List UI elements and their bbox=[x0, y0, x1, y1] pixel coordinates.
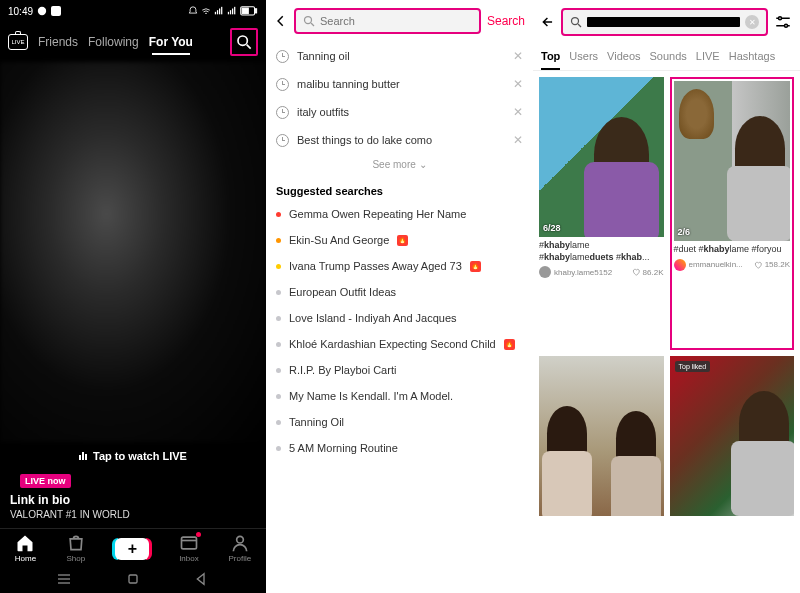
trend-bullet bbox=[276, 264, 281, 269]
result-tab-videos[interactable]: Videos bbox=[607, 50, 640, 70]
nav-home[interactable]: Home bbox=[15, 534, 36, 563]
search-results-pane: ✕ TopUsersVideosSoundsLIVEHashtags 6/28 … bbox=[533, 0, 800, 593]
feed-tabs: LIVE Friends Following For You bbox=[0, 22, 266, 62]
trend-bullet bbox=[276, 420, 281, 425]
suggested-item[interactable]: My Name Is Kendall. I'm A Model. bbox=[266, 383, 533, 409]
inbox-icon bbox=[179, 534, 199, 552]
profile-icon bbox=[230, 534, 250, 552]
tab-for-you[interactable]: For You bbox=[149, 35, 193, 49]
result-card[interactable] bbox=[539, 356, 664, 587]
video-thumbnail[interactable]: 2/6 bbox=[674, 81, 791, 241]
result-tab-users[interactable]: Users bbox=[569, 50, 598, 70]
top-liked-badge: Top liked bbox=[675, 361, 711, 372]
tab-friends[interactable]: Friends bbox=[38, 35, 78, 49]
tab-following[interactable]: Following bbox=[88, 35, 139, 49]
svg-rect-11 bbox=[242, 8, 248, 14]
svg-rect-14 bbox=[181, 537, 196, 549]
like-count: 86.2K bbox=[643, 268, 664, 277]
filter-icon[interactable] bbox=[774, 13, 792, 31]
result-card[interactable]: Top liked bbox=[670, 356, 795, 587]
username: emmanuelkin... bbox=[689, 260, 751, 269]
trend-bullet bbox=[276, 446, 281, 451]
bottom-nav: Home Shop + Inbox Profile bbox=[0, 528, 266, 565]
chevron-down-icon: ⌄ bbox=[419, 159, 427, 170]
remove-history-button[interactable]: ✕ bbox=[513, 77, 523, 91]
status-time: 10:49 bbox=[8, 6, 33, 17]
signal-icon bbox=[214, 6, 224, 16]
video-thumbnail[interactable]: Top liked bbox=[670, 356, 795, 516]
video-thumbnail[interactable]: 6/28 bbox=[539, 77, 664, 237]
tap-to-watch-live[interactable]: Tap to watch LIVE bbox=[0, 442, 266, 470]
result-tab-live[interactable]: LIVE bbox=[696, 50, 720, 70]
svg-rect-10 bbox=[255, 9, 256, 13]
clear-search-button[interactable]: ✕ bbox=[745, 15, 759, 29]
result-tabs: TopUsersVideosSoundsLIVEHashtags bbox=[533, 44, 800, 71]
svg-rect-19 bbox=[129, 575, 137, 583]
result-tab-hashtags[interactable]: Hashtags bbox=[729, 50, 775, 70]
history-item[interactable]: Best things to do lake como✕ bbox=[276, 126, 523, 154]
suggested-item[interactable]: Tanning Oil bbox=[266, 409, 533, 435]
search-button[interactable] bbox=[230, 28, 258, 56]
remove-history-button[interactable]: ✕ bbox=[513, 49, 523, 63]
remove-history-button[interactable]: ✕ bbox=[513, 133, 523, 147]
result-card-highlighted[interactable]: 2/6 #duet #khabylame #foryou emmanuelkin… bbox=[670, 77, 795, 350]
suggested-item[interactable]: European Outfit Ideas bbox=[266, 279, 533, 305]
username: khaby.lame5152 bbox=[554, 268, 629, 277]
result-tab-top[interactable]: Top bbox=[541, 50, 560, 70]
result-tab-sounds[interactable]: Sounds bbox=[650, 50, 687, 70]
suggested-text: Khloé Kardashian Expecting Second Child bbox=[289, 338, 496, 350]
svg-line-21 bbox=[311, 23, 314, 26]
suggested-item[interactable]: Love Island - Indiyah And Jacques bbox=[266, 305, 533, 331]
svg-rect-5 bbox=[228, 12, 229, 14]
see-more-link[interactable]: See more ⌄ bbox=[266, 154, 533, 175]
fire-icon: 🔥 bbox=[397, 235, 408, 246]
heart-icon bbox=[754, 261, 762, 269]
results-grid: 6/28 #khabylame #khabylameduets #khab...… bbox=[533, 71, 800, 593]
search-icon bbox=[236, 34, 252, 50]
suggested-item[interactable]: Khloé Kardashian Expecting Second Child🔥 bbox=[266, 331, 533, 357]
slide-count: 2/6 bbox=[678, 227, 691, 237]
search-input-box[interactable]: ✕ bbox=[561, 8, 768, 36]
result-card[interactable]: 6/28 #khabylame #khabylameduets #khab...… bbox=[539, 77, 664, 350]
avatar bbox=[539, 266, 551, 278]
suggested-item[interactable]: Ivana Trump Passes Away Aged 73🔥 bbox=[266, 253, 533, 279]
recent-apps-button[interactable] bbox=[56, 571, 72, 587]
nav-shop[interactable]: Shop bbox=[66, 534, 86, 563]
suggested-item[interactable]: Gemma Owen Repeating Her Name bbox=[266, 201, 533, 227]
trend-bullet bbox=[276, 290, 281, 295]
home-button[interactable] bbox=[125, 571, 141, 587]
clock-icon bbox=[276, 78, 289, 91]
back-arrow-icon[interactable] bbox=[274, 14, 288, 28]
suggested-item[interactable]: R.I.P. By Playboi Carti bbox=[266, 357, 533, 383]
live-tv-icon[interactable]: LIVE bbox=[8, 34, 28, 50]
search-action-link[interactable]: Search bbox=[487, 14, 525, 28]
suggested-text: My Name Is Kendall. I'm A Model. bbox=[289, 390, 453, 402]
svg-rect-2 bbox=[217, 10, 218, 14]
svg-rect-4 bbox=[221, 7, 222, 14]
svg-rect-1 bbox=[215, 12, 216, 14]
back-button[interactable] bbox=[194, 571, 210, 587]
svg-rect-7 bbox=[232, 9, 233, 15]
suggested-text: Ivana Trump Passes Away Aged 73 bbox=[289, 260, 462, 272]
video-thumbnail[interactable] bbox=[539, 356, 664, 516]
back-arrow-icon[interactable] bbox=[541, 15, 555, 29]
history-text: Best things to do lake como bbox=[297, 134, 505, 146]
nav-profile[interactable]: Profile bbox=[229, 534, 252, 563]
suggested-item[interactable]: Ekin-Su And George🔥 bbox=[266, 227, 533, 253]
search-input[interactable] bbox=[320, 15, 472, 27]
history-item[interactable]: malibu tanning butter✕ bbox=[276, 70, 523, 98]
search-header: ✕ bbox=[533, 0, 800, 44]
nav-create[interactable]: + bbox=[115, 538, 149, 560]
nav-inbox[interactable]: Inbox bbox=[179, 534, 199, 563]
history-item[interactable]: italy outfits✕ bbox=[276, 98, 523, 126]
suggested-item[interactable]: 5 AM Morning Routine bbox=[266, 435, 533, 461]
history-item[interactable]: Tanning oil✕ bbox=[276, 42, 523, 70]
like-count: 158.2K bbox=[765, 260, 790, 269]
create-button[interactable]: + bbox=[115, 538, 149, 560]
video-feed-blurred[interactable] bbox=[0, 62, 266, 442]
search-header: Search bbox=[266, 0, 533, 42]
remove-history-button[interactable]: ✕ bbox=[513, 105, 523, 119]
history-text: italy outfits bbox=[297, 106, 505, 118]
suggested-text: Tanning Oil bbox=[289, 416, 344, 428]
search-input-box[interactable] bbox=[294, 8, 481, 34]
